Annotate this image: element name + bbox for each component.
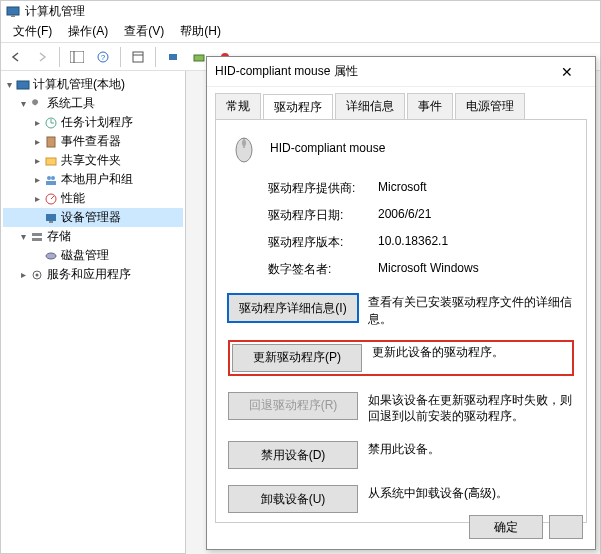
tab-general[interactable]: 常规 bbox=[215, 93, 261, 119]
svg-text:?: ? bbox=[101, 53, 106, 62]
svg-rect-9 bbox=[194, 55, 204, 61]
menu-file[interactable]: 文件(F) bbox=[5, 21, 60, 42]
info-row-version: 驱动程序版本: 10.0.18362.1 bbox=[268, 234, 574, 251]
tab-driver[interactable]: 驱动程序 bbox=[263, 94, 333, 120]
driver-details-button[interactable]: 驱动程序详细信息(I) bbox=[228, 294, 358, 322]
tree-label: 服务和应用程序 bbox=[47, 266, 131, 283]
update-driver-button[interactable]: 更新驱动程序(P) bbox=[232, 344, 362, 372]
tree-performance[interactable]: ▸ 性能 bbox=[3, 189, 183, 208]
dialog-footer: 确定 bbox=[469, 515, 583, 539]
provider-value: Microsoft bbox=[378, 180, 427, 197]
svg-rect-22 bbox=[32, 238, 42, 241]
expander-icon[interactable]: ▸ bbox=[31, 174, 43, 185]
tab-power[interactable]: 电源管理 bbox=[455, 93, 525, 119]
clock-icon bbox=[43, 115, 59, 131]
toolbar-sep-2 bbox=[120, 47, 121, 67]
tab-content: HID-compliant mouse 驱动程序提供商: Microsoft 驱… bbox=[215, 119, 587, 523]
info-row-provider: 驱动程序提供商: Microsoft bbox=[268, 180, 574, 197]
book-icon bbox=[43, 134, 59, 150]
signer-label: 数字签名者: bbox=[268, 261, 378, 278]
wrench-icon bbox=[29, 96, 45, 112]
expander-icon[interactable]: ▸ bbox=[31, 155, 43, 166]
expander-icon[interactable]: ▸ bbox=[31, 117, 43, 128]
properties-dialog: HID-compliant mouse 属性 ✕ 常规 驱动程序 详细信息 事件… bbox=[206, 56, 596, 550]
svg-rect-2 bbox=[70, 51, 84, 63]
toolbar-sep bbox=[59, 47, 60, 67]
scan-hardware-button[interactable] bbox=[162, 46, 184, 68]
tree-root-label: 计算机管理(本地) bbox=[33, 76, 125, 93]
svg-rect-14 bbox=[46, 158, 56, 165]
row-update: 更新驱动程序(P) 更新此设备的驱动程序。 bbox=[232, 344, 570, 372]
toolbar-sep-3 bbox=[155, 47, 156, 67]
tree-shared-folders[interactable]: ▸ 共享文件夹 bbox=[3, 151, 183, 170]
tree-task-scheduler[interactable]: ▸ 任务计划程序 bbox=[3, 113, 183, 132]
expander-icon[interactable]: ▾ bbox=[17, 98, 29, 109]
main-title: 计算机管理 bbox=[25, 3, 85, 20]
svg-rect-11 bbox=[17, 81, 29, 89]
menu-view[interactable]: 查看(V) bbox=[116, 21, 172, 42]
tab-events[interactable]: 事件 bbox=[407, 93, 453, 119]
dialog-titlebar: HID-compliant mouse 属性 ✕ bbox=[207, 57, 595, 87]
highlight-update: 更新驱动程序(P) 更新此设备的驱动程序。 bbox=[228, 340, 574, 376]
svg-rect-13 bbox=[47, 137, 55, 147]
close-button[interactable]: ✕ bbox=[547, 58, 587, 86]
tree-device-manager[interactable]: 设备管理器 bbox=[3, 208, 183, 227]
expander-icon[interactable]: ▸ bbox=[31, 193, 43, 204]
mouse-icon bbox=[228, 132, 260, 164]
tree-local-users[interactable]: ▸ 本地用户和组 bbox=[3, 170, 183, 189]
rollback-driver-desc: 如果该设备在更新驱动程序时失败，则回退到以前安装的驱动程序。 bbox=[368, 392, 574, 426]
expander-icon[interactable]: ▸ bbox=[31, 136, 43, 147]
tree-label: 存储 bbox=[47, 228, 71, 245]
tabstrip: 常规 驱动程序 详细信息 事件 电源管理 bbox=[207, 87, 595, 119]
svg-rect-20 bbox=[49, 221, 53, 223]
storage-icon bbox=[29, 229, 45, 245]
tree-label: 性能 bbox=[61, 190, 85, 207]
tree-event-viewer[interactable]: ▸ 事件查看器 bbox=[3, 132, 183, 151]
users-icon bbox=[43, 172, 59, 188]
svg-point-25 bbox=[36, 273, 39, 276]
ok-button[interactable]: 确定 bbox=[469, 515, 543, 539]
help-button[interactable]: ? bbox=[92, 46, 114, 68]
expander-icon[interactable]: ▾ bbox=[17, 231, 29, 242]
computer-icon bbox=[15, 77, 31, 93]
forward-button[interactable] bbox=[31, 46, 53, 68]
svg-rect-19 bbox=[46, 214, 56, 221]
menu-help[interactable]: 帮助(H) bbox=[172, 21, 229, 42]
tree-services[interactable]: ▸ 服务和应用程序 bbox=[3, 265, 183, 284]
uninstall-device-desc: 从系统中卸载设备(高级)。 bbox=[368, 485, 574, 502]
device-mgr-icon bbox=[43, 210, 59, 226]
expander-icon[interactable]: ▾ bbox=[3, 79, 15, 90]
show-hide-tree-button[interactable] bbox=[66, 46, 88, 68]
disable-device-button[interactable]: 禁用设备(D) bbox=[228, 441, 358, 469]
tree-label: 事件查看器 bbox=[61, 133, 121, 150]
expander-icon[interactable]: ▸ bbox=[17, 269, 29, 280]
cancel-partial-button[interactable] bbox=[549, 515, 583, 539]
menu-action[interactable]: 操作(A) bbox=[60, 21, 116, 42]
main-titlebar: 计算机管理 bbox=[1, 1, 600, 21]
tree-system-tools[interactable]: ▾ 系统工具 bbox=[3, 94, 183, 113]
info-row-date: 驱动程序日期: 2006/6/21 bbox=[268, 207, 574, 224]
tree-storage[interactable]: ▾ 存储 bbox=[3, 227, 183, 246]
back-button[interactable] bbox=[5, 46, 27, 68]
tree-label: 设备管理器 bbox=[61, 209, 121, 226]
svg-rect-6 bbox=[133, 52, 143, 62]
tab-details[interactable]: 详细信息 bbox=[335, 93, 405, 119]
tree-disk-management[interactable]: 磁盘管理 bbox=[3, 246, 183, 265]
menubar: 文件(F) 操作(A) 查看(V) 帮助(H) bbox=[1, 21, 600, 43]
disable-device-desc: 禁用此设备。 bbox=[368, 441, 574, 458]
svg-rect-1 bbox=[11, 15, 15, 17]
row-disable: 禁用设备(D) 禁用此设备。 bbox=[228, 441, 574, 469]
device-header: HID-compliant mouse bbox=[228, 132, 574, 164]
tree-root[interactable]: ▾ 计算机管理(本地) bbox=[3, 75, 183, 94]
version-label: 驱动程序版本: bbox=[268, 234, 378, 251]
properties-button[interactable] bbox=[127, 46, 149, 68]
provider-label: 驱动程序提供商: bbox=[268, 180, 378, 197]
tree-pane: ▾ 计算机管理(本地) ▾ 系统工具 ▸ 任务计划程序 ▸ 事件查看器 ▸ bbox=[1, 71, 186, 554]
uninstall-device-button[interactable]: 卸载设备(U) bbox=[228, 485, 358, 513]
date-value: 2006/6/21 bbox=[378, 207, 431, 224]
driver-info: 驱动程序提供商: Microsoft 驱动程序日期: 2006/6/21 驱动程… bbox=[268, 180, 574, 278]
dialog-title: HID-compliant mouse 属性 bbox=[215, 63, 547, 80]
device-name: HID-compliant mouse bbox=[270, 141, 385, 155]
disk-icon bbox=[43, 248, 59, 264]
svg-point-23 bbox=[46, 253, 56, 259]
